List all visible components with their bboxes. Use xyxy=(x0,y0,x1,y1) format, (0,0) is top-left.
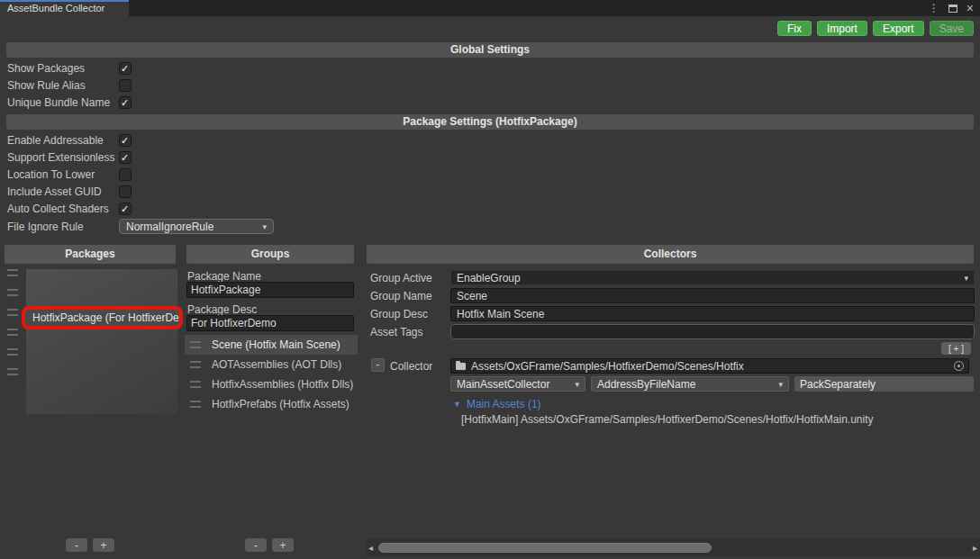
support-extensionless-checkbox[interactable]: ✓ xyxy=(119,151,132,164)
packages-remove-button[interactable]: - xyxy=(66,538,87,552)
global-settings-header: Global Settings xyxy=(6,42,974,58)
pack-rule-field[interactable]: PackSeparately xyxy=(794,376,974,392)
toggle-row-show-rule-alias: Show Rule Alias ✓ xyxy=(7,77,132,94)
drag-handle-icon[interactable] xyxy=(7,368,18,375)
toggle-label: Auto Collect Shaders xyxy=(7,203,116,215)
collector-label: Collector xyxy=(390,360,432,373)
file-ignore-rule-dropdown[interactable]: NormalIgnoreRule ▾ xyxy=(119,219,274,234)
package-item-selected[interactable]: HotfixPackage (For HotfixerDemo) xyxy=(22,306,183,329)
package-settings-header: Package Settings (HotfixPackage) xyxy=(6,114,974,130)
maximize-icon[interactable] xyxy=(948,5,957,13)
group-name-label: Group Name xyxy=(370,290,450,302)
groups-panel-header: Groups xyxy=(186,245,354,264)
group-desc-input[interactable] xyxy=(450,306,975,321)
asset-tags-input[interactable] xyxy=(450,324,975,339)
group-item-label: HotfixPrefabs (Hotfix Assets) xyxy=(212,398,349,410)
group-item-hotfixprefabs[interactable]: HotfixPrefabs (Hotfix Assets) xyxy=(185,394,358,414)
assetbundle-collector-window: AssetBundle Collector ⋮ × Fix Import Exp… xyxy=(0,0,980,559)
packages-list-area xyxy=(26,269,177,414)
packages-add-button[interactable]: + xyxy=(93,538,114,552)
package-desc-input[interactable] xyxy=(186,315,354,331)
tab-bar: AssetBundle Collector ⋮ × xyxy=(0,0,980,16)
collector-remove-button[interactable]: - xyxy=(371,358,385,372)
asset-tags-row: Asset Tags xyxy=(370,324,975,339)
main-assets-label: Main Assets (1) xyxy=(467,398,541,410)
unique-bundle-name-checkbox[interactable]: ✓ xyxy=(119,96,132,109)
fix-button[interactable]: Fix xyxy=(777,21,812,36)
packages-panel-header: Packages xyxy=(5,245,176,264)
save-button[interactable]: Save xyxy=(930,21,974,36)
main-assets-foldout[interactable]: ▼ Main Assets (1) xyxy=(453,398,541,410)
scrollbar-thumb[interactable] xyxy=(378,543,712,553)
drag-handle-icon[interactable] xyxy=(7,309,18,316)
drag-handle-icon[interactable] xyxy=(190,361,201,368)
folder-icon xyxy=(456,363,466,370)
add-collector-button[interactable]: [ + ] xyxy=(941,342,971,355)
package-name-label: Package Name xyxy=(187,270,261,283)
toggle-row-support-extensionless: Support Extensionless ✓ xyxy=(7,149,132,166)
groups-add-button[interactable]: + xyxy=(272,538,294,552)
collector-type-dropdown[interactable]: MainAssetCollector ▾ xyxy=(450,376,585,392)
drag-handle-icon[interactable] xyxy=(190,341,201,348)
object-picker-icon[interactable] xyxy=(954,361,964,371)
package-name-input[interactable] xyxy=(186,282,354,298)
package-desc-label: Package Desc xyxy=(187,303,257,316)
kebab-menu-icon[interactable]: ⋮ xyxy=(929,3,939,14)
drag-handle-icon[interactable] xyxy=(7,348,18,356)
location-to-lower-checkbox[interactable]: ✓ xyxy=(119,168,132,181)
toggle-label: Show Rule Alias xyxy=(7,79,116,92)
address-rule-dropdown[interactable]: AddressByFileName ▾ xyxy=(591,376,789,392)
scroll-right-icon[interactable]: ▸ xyxy=(973,543,977,553)
group-item-aotassemblies[interactable]: AOTAssemblies (AOT Dlls) xyxy=(185,355,358,374)
toggle-label: Location To Lower xyxy=(7,168,116,181)
package-settings-toggles: Enable Addressable ✓ Support Extensionle… xyxy=(7,131,132,217)
group-name-row: Group Name xyxy=(370,288,975,303)
group-desc-row: Group Desc xyxy=(370,306,975,321)
packages-panel: Packages HotfixPackage (For HotfixerDemo… xyxy=(0,243,185,559)
checkmark-icon: ✓ xyxy=(120,135,131,146)
collector-type-value: MainAssetCollector xyxy=(457,378,549,391)
auto-collect-shaders-checkbox[interactable]: ✓ xyxy=(119,203,132,215)
group-item-hotfixassemblies[interactable]: HotfixAssemblies (Hotfix Dlls) xyxy=(185,374,358,394)
chevron-down-icon: ▾ xyxy=(575,380,579,389)
toggle-label: Include Asset GUID xyxy=(7,185,116,198)
toggle-label: Support Extensionless xyxy=(7,151,116,164)
collectors-panel-header: Collectors xyxy=(367,245,974,264)
drag-handle-icon[interactable] xyxy=(7,289,18,296)
toggle-row-include-asset-guid: Include Asset GUID ✓ xyxy=(7,183,132,200)
export-button[interactable]: Export xyxy=(873,21,924,36)
toggle-row-unique-bundle-name: Unique Bundle Name ✓ xyxy=(7,94,132,111)
group-active-label: Group Active xyxy=(370,272,450,284)
collector-object-field[interactable]: Assets/OxGFrame/Samples/HotfixerDemo/Sce… xyxy=(450,358,969,374)
group-active-value: EnableGroup xyxy=(457,272,521,284)
tab-assetbundle-collector[interactable]: AssetBundle Collector xyxy=(0,0,129,16)
group-desc-label: Group Desc xyxy=(370,308,450,320)
drag-handle-icon[interactable] xyxy=(7,269,18,276)
import-button[interactable]: Import xyxy=(817,21,867,36)
drag-handle-icon[interactable] xyxy=(190,401,201,408)
drag-handle-icon[interactable] xyxy=(190,381,201,388)
group-active-dropdown[interactable]: EnableGroup ▾ xyxy=(450,270,975,285)
global-settings-toggles: Show Packages ✓ Show Rule Alias ✓ Unique… xyxy=(7,59,132,111)
show-rule-alias-checkbox[interactable]: ✓ xyxy=(119,79,132,92)
scroll-left-icon[interactable]: ◂ xyxy=(368,543,373,553)
toggle-label: Enable Addressable xyxy=(7,134,116,147)
collector-path: Assets/OxGFrame/Samples/HotfixerDemo/Sce… xyxy=(471,360,954,373)
chevron-down-icon: ▾ xyxy=(778,380,783,389)
drag-handle-icon[interactable] xyxy=(7,329,18,336)
include-asset-guid-checkbox[interactable]: ✓ xyxy=(119,185,132,198)
pack-rule-value: PackSeparately xyxy=(800,378,876,391)
address-rule-value: AddressByFileName xyxy=(597,378,695,391)
groups-panel: Groups Package Name Package Desc Scene (… xyxy=(185,243,358,559)
horizontal-scrollbar[interactable]: ◂ ▸ xyxy=(366,539,980,556)
show-packages-checkbox[interactable]: ✓ xyxy=(119,62,132,75)
groups-remove-button[interactable]: - xyxy=(245,538,267,552)
toggle-label: Unique Bundle Name xyxy=(7,96,116,109)
group-name-input[interactable] xyxy=(450,288,975,303)
collectors-panel: Collectors Group Active EnableGroup ▾ Gr… xyxy=(366,243,980,559)
toggle-row-location-to-lower: Location To Lower ✓ xyxy=(7,166,132,183)
close-icon[interactable]: × xyxy=(966,3,974,14)
enable-addressable-checkbox[interactable]: ✓ xyxy=(119,134,132,147)
toggle-row-show-packages: Show Packages ✓ xyxy=(7,59,132,77)
group-item-scene[interactable]: Scene (Hotfix Main Scene) xyxy=(185,335,358,355)
